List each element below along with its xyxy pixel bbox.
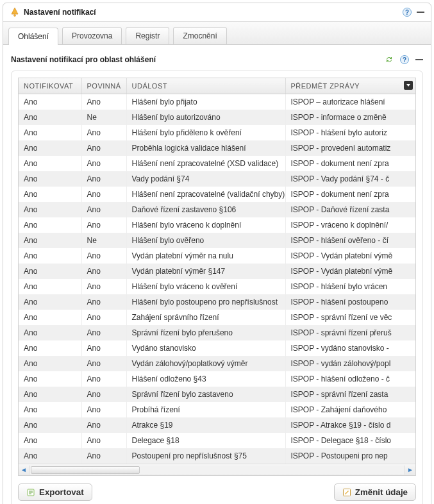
cell-povinna: Ano [81, 387, 126, 402]
cell-povinna: Ano [81, 264, 126, 279]
cell-povinna: Ano [81, 140, 126, 156]
table-row[interactable]: AnoAnoVydán platební výměr na nuluISPOP … [19, 248, 415, 264]
cell-predmet: ISPOP - hlášení bylo vrácen [285, 279, 415, 294]
bell-icon [10, 7, 20, 17]
cell-povinna: Ano [81, 171, 126, 187]
cell-predmet: ISPOP - dokument není zpra [285, 187, 415, 202]
titlebar: Nastavení notifikací ? [3, 3, 431, 22]
minimize-icon[interactable] [417, 12, 424, 13]
table-row[interactable]: AnoAnoHlášení není zpracovatelné (XSD va… [19, 156, 415, 171]
cell-predmet: ISPOP - vydán zálohový/popl [285, 356, 415, 371]
table-row[interactable]: AnoAnoVydán zálohový/poplatkový výměrISP… [19, 356, 415, 371]
table-row[interactable]: AnoAnoHlášení odloženo §43ISPOP - hlášen… [19, 371, 415, 387]
cell-povinna: Ano [81, 94, 126, 110]
cell-udalost: Atrakce §19 [126, 417, 285, 433]
tab-zmocneni[interactable]: Zmocnění [173, 27, 226, 44]
help-icon[interactable]: ? [403, 8, 412, 17]
refresh-icon[interactable] [385, 55, 394, 64]
tab-label: Ohlášení [18, 32, 49, 41]
cell-predmet: ISPOP - správní řízení ve věc [285, 310, 415, 325]
cell-udalost: Zahájení správního řízení [126, 310, 285, 325]
cell-notifikovat: Ano [19, 110, 81, 125]
table-row[interactable]: AnoAnoProbíhá řízeníISPOP - Zahájení daň… [19, 402, 415, 417]
cell-predmet: ISPOP - provedení automatiz [285, 140, 415, 156]
table-row[interactable]: AnoAnoSprávní řízení bylo přerušenoISPOP… [19, 325, 415, 340]
cell-udalost: Delegace §18 [126, 433, 285, 448]
cell-notifikovat: Ano [19, 402, 81, 417]
tab-provozovna[interactable]: Provozovna [62, 27, 122, 44]
cell-udalost: Proběhla logická validace hlášení [126, 140, 285, 156]
horizontal-scrollbar[interactable]: ◄ ► [19, 464, 415, 475]
cell-povinna: Ano [81, 433, 126, 448]
edit-button[interactable]: Změnit údaje [334, 483, 416, 501]
scroll-thumb[interactable] [31, 466, 140, 474]
export-button[interactable]: Exportovat [18, 483, 92, 501]
cell-notifikovat: Ano [19, 448, 81, 464]
cell-udalost: Správní řízení bylo přerušeno [126, 325, 285, 340]
section-title: Nastavení notifikací pro oblast ohlášení [11, 55, 385, 64]
cell-notifikovat: Ano [19, 371, 81, 387]
table-row[interactable]: AnoAnoVady podání §74ISPOP - Vady podání… [19, 171, 415, 187]
col-udalost[interactable]: UDÁLOST [126, 78, 285, 94]
table-row[interactable]: AnoAnoVydán platební výměr §147ISPOP - V… [19, 264, 415, 279]
table-row[interactable]: AnoAnoDelegace §18ISPOP - Delegace §18 -… [19, 433, 415, 448]
col-predmet[interactable]: PŘEDMĚT ZPRÁVY [285, 78, 415, 94]
cell-notifikovat: Ano [19, 248, 81, 264]
table-row[interactable]: AnoAnoSprávní řízení bylo zastavenoISPOP… [19, 387, 415, 402]
table-row[interactable]: AnoNeHlášení bylo ověřenoISPOP - hlášení… [19, 233, 415, 248]
cell-udalost: Hlášení bylo postoupeno pro nepříslušnos… [126, 294, 285, 310]
cell-povinna: Ano [81, 294, 126, 310]
table-row[interactable]: AnoNeHlášení bylo autorizovánoISPOP - in… [19, 110, 415, 125]
cell-udalost: Vydán zálohový/poplatkový výměr [126, 356, 285, 371]
cell-notifikovat: Ano [19, 187, 81, 202]
table-row[interactable]: AnoAnoProběhla logická validace hlášeníI… [19, 140, 415, 156]
scroll-left-arrow[interactable]: ◄ [19, 466, 29, 473]
tab-label: Registr [135, 31, 160, 40]
table-row[interactable]: AnoAnoPostoupení pro nepříslušnost §75IS… [19, 448, 415, 464]
tab-registr[interactable]: Registr [126, 27, 169, 44]
help-icon[interactable]: ? [400, 55, 409, 64]
table-row[interactable]: AnoAnoDaňové řízení zastaveno §106ISPOP … [19, 202, 415, 217]
cell-povinna: Ano [81, 310, 126, 325]
cell-udalost: Vydán platební výměr na nulu [126, 248, 285, 264]
table-row[interactable]: AnoAnoAtrakce §19ISPOP - Atrakce §19 - č… [19, 417, 415, 433]
cell-predmet: ISPOP - Delegace §18 - číslo [285, 433, 415, 448]
table-wrap: NOTIFIKOVAT POVINNÁ UDÁLOST PŘEDMĚT ZPRÁ… [18, 78, 416, 476]
cell-udalost: Probíhá řízení [126, 402, 285, 417]
cell-notifikovat: Ano [19, 417, 81, 433]
cell-notifikovat: Ano [19, 325, 81, 340]
scroll-right-arrow[interactable]: ► [405, 466, 415, 473]
cell-notifikovat: Ano [19, 125, 81, 140]
col-notifikovat[interactable]: NOTIFIKOVAT [19, 78, 81, 94]
table-row[interactable]: AnoAnoHlášení není zpracovatelné (valida… [19, 187, 415, 202]
cell-udalost: Hlášení bylo vráceno k doplnění [126, 217, 285, 233]
cell-predmet: ISPOP - hlášení ověřeno - čí [285, 233, 415, 248]
col-povinna[interactable]: POVINNÁ [81, 78, 126, 94]
scroll-track[interactable] [29, 466, 405, 475]
cell-povinna: Ano [81, 448, 126, 464]
cell-notifikovat: Ano [19, 202, 81, 217]
cell-notifikovat: Ano [19, 356, 81, 371]
tab-ohlaseni[interactable]: Ohlášení [8, 28, 58, 45]
cell-notifikovat: Ano [19, 94, 81, 110]
cell-povinna: Ano [81, 279, 126, 294]
table-row[interactable]: AnoAnoHlášení bylo vráceno k ověřeníISPO… [19, 279, 415, 294]
cell-predmet: ISPOP - Zahájení daňového [285, 402, 415, 417]
cell-povinna: Ano [81, 417, 126, 433]
minimize-icon[interactable] [415, 59, 423, 60]
cell-predmet: ISPOP - hlášení bylo autoriz [285, 125, 415, 140]
table-row[interactable]: AnoAnoVydáno stanoviskoISPOP - vydáno st… [19, 340, 415, 356]
table-row[interactable]: AnoAnoHlášení bylo vráceno k doplněníISP… [19, 217, 415, 233]
cell-udalost: Postoupení pro nepříslušnost §75 [126, 448, 285, 464]
table-row[interactable]: AnoAnoHlášení bylo přiděleno k ověřeníIS… [19, 125, 415, 140]
section-header: Nastavení notifikací pro oblast ohlášení… [11, 53, 423, 71]
table-row[interactable]: AnoAnoZahájení správního řízeníISPOP - s… [19, 310, 415, 325]
table-row[interactable]: AnoAnoHlášení bylo přijatoISPOP – autori… [19, 94, 415, 110]
cell-udalost: Hlášení není zpracovatelné (validační ch… [126, 187, 285, 202]
cell-predmet: ISPOP - Atrakce §19 - číslo d [285, 417, 415, 433]
cell-povinna: Ne [81, 233, 126, 248]
table-row[interactable]: AnoAnoHlášení bylo postoupeno pro nepřís… [19, 294, 415, 310]
column-menu-icon[interactable] [404, 81, 413, 90]
cell-povinna: Ano [81, 202, 126, 217]
cell-predmet: ISPOP - správní řízení zasta [285, 387, 415, 402]
